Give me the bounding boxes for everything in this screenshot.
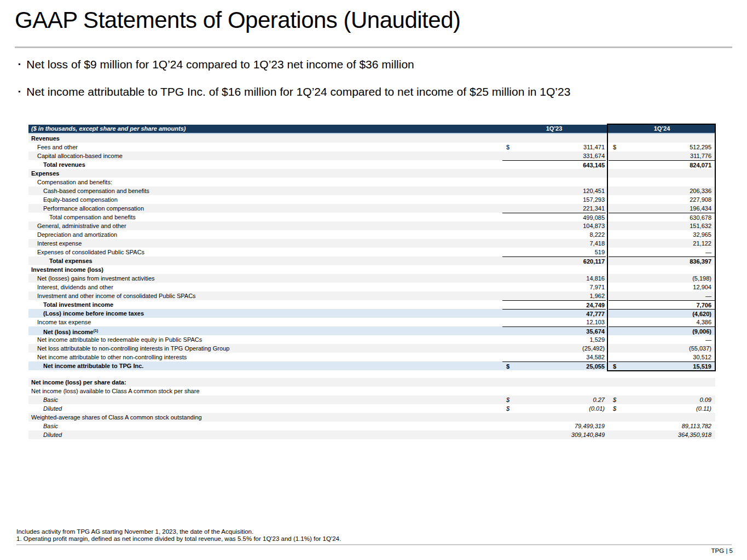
value-cell-q124: $0.09 [609,395,715,404]
row-label: Net income attributable to redeemable eq… [28,335,502,344]
value-cell-q124: 12,904 [609,283,715,291]
table-row: Net income attributable to redeemable eq… [28,335,715,344]
row-label: Net loss attributable to non-controlling… [28,344,502,353]
cell-value: (5,198) [692,275,711,282]
table-row: Basic79,499,31989,113,782 [28,422,715,430]
cell-value: (25,492) [582,345,605,352]
cell-value: 21,122 [693,240,711,247]
currency-symbol: $ [613,363,616,370]
cell-value: 8,222 [589,231,605,238]
value-cell-q123 [502,178,606,186]
cell-value: (0.11) [696,405,711,412]
value-cell-q123: 1,962 [502,291,606,300]
row-label: Equity-based compensation [28,195,502,204]
currency-symbol: $ [506,144,509,150]
cell-value: 47,777 [586,311,605,317]
bullet-square-icon: ▪ [18,84,20,99]
cell-value: 206,336 [690,188,711,194]
value-cell-q123: 14,816 [502,274,606,283]
row-label: Diluted [28,430,502,439]
cell-value: 12,103 [586,319,605,325]
cell-value: 1,529 [589,336,605,343]
cell-value: 364,350,918 [678,431,711,438]
bullet-text: Net income attributable to TPG Inc. of $… [26,84,570,99]
row-label: Capital allocation-based income [28,151,502,160]
row-label: Interest, dividends and other [28,283,502,291]
table-row: Diluted$(0.01)$(0.11) [28,404,715,413]
row-label: Basic [28,395,502,404]
cell-value: 7,971 [589,284,605,290]
cell-value: (9,006) [692,328,711,335]
table-spacer-row [28,370,715,378]
value-cell-q124 [609,378,715,387]
footer-divider [16,544,732,545]
value-cell-q124: 364,350,918 [609,430,715,439]
value-cell-q124: — [609,335,715,344]
row-label: Diluted [28,404,502,413]
table-row: Compensation and benefits: [28,178,715,186]
value-cell-q124: (9,006) [609,326,715,335]
row-label: Net (losses) gains from investment activ… [28,274,502,283]
cell-value: 14,816 [586,275,605,282]
value-cell-q123: 157,293 [502,195,606,204]
table-row: Performance allocation compensation221,3… [28,204,715,213]
value-cell-q124 [609,265,715,274]
page-number: TPG | 5 [711,547,733,554]
value-cell-q124: (5,198) [609,274,715,283]
cell-value: 311,776 [690,153,711,159]
cell-value: 221,341 [583,205,605,212]
row-label: Cash-based compensation and benefits [28,186,502,195]
cell-value: 227,908 [690,196,711,203]
value-cell-q124 [609,178,715,186]
table-unit-note: ($ in thousands, except share and per sh… [28,125,502,133]
cell-value: 7,418 [589,240,605,247]
table-row: Net income (loss) per share data: [28,378,715,387]
footnote-reference: (1) [94,329,99,332]
cell-value: 0.27 [593,396,605,403]
row-label: Investment income (loss) [28,265,502,274]
value-cell-q123 [502,413,606,422]
value-cell-q123 [502,169,606,178]
cell-value: 34,582 [586,354,605,360]
row-label: Net income (loss) available to Class A c… [28,387,502,395]
table-row: Net income attributable to other non-con… [28,353,715,361]
row-label: Total investment income [28,300,502,309]
cell-value: 12,904 [693,284,711,290]
bullet-item: ▪ Net loss of $9 million for 1Q’24 compa… [18,57,414,72]
cell-value: 643,145 [583,162,605,168]
cell-value: 824,071 [690,162,711,168]
row-label: Basic [28,422,502,430]
table-row: Expenses of consolidated Public SPACs519… [28,248,715,256]
footnotes: Includes activity from TPG AG starting N… [16,528,341,542]
row-label: Expenses [28,169,502,178]
value-cell-q124: 824,071 [609,160,715,169]
cell-value: 630,678 [690,214,711,221]
value-cell-q123: 12,103 [502,318,606,326]
value-cell-q124: 227,908 [609,195,715,204]
value-cell-q124: 7,706 [609,300,715,309]
value-cell-q124: 151,632 [609,221,715,230]
cell-value: 104,873 [583,223,605,229]
cell-value: 151,632 [690,223,711,229]
table-row: Basic$0.27$0.09 [28,395,715,404]
value-cell-q123: 47,777 [502,309,606,318]
cell-value: (0.01) [589,405,605,412]
value-cell-q124: 836,397 [609,256,715,265]
value-cell-q123: $0.27 [502,395,606,404]
cell-value: 311,471 [583,144,605,150]
row-label: (Loss) income before income taxes [28,309,502,318]
table-row: Fees and other$311,471$512,295 [28,143,715,151]
value-cell-q124: (55,037) [609,344,715,353]
cell-value: 196,434 [690,205,711,212]
value-cell-q123: 1,529 [502,335,606,344]
statements-of-operations-table: ($ in thousands, except share and per sh… [28,125,715,439]
value-cell-q123: 221,341 [502,204,606,213]
value-cell-q123: 643,145 [502,160,606,169]
cell-value: 15,519 [693,363,711,370]
cell-value: 32,965 [693,231,711,238]
currency-symbol: $ [613,144,616,150]
table-row: Income tax expense12,1034,386 [28,318,715,326]
row-label: Income tax expense [28,318,502,326]
table-row: Capital allocation-based income331,67431… [28,151,715,160]
cell-value: 499,085 [583,214,605,221]
